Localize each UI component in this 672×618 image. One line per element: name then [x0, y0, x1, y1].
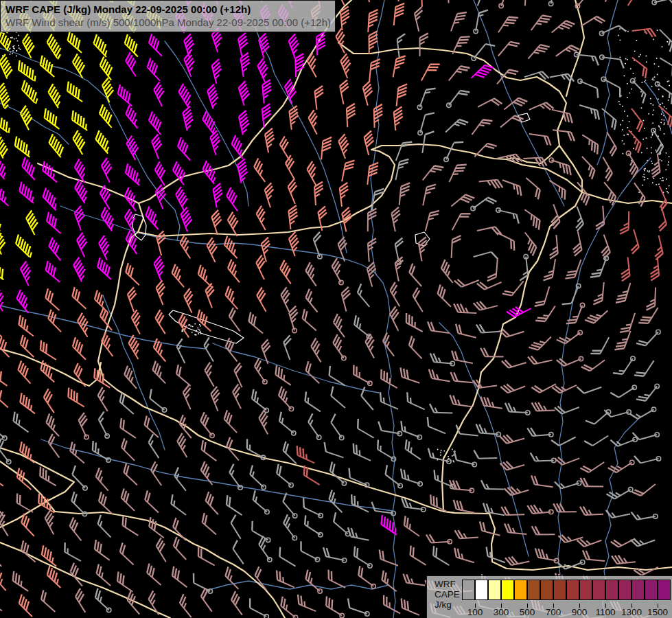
barb-tick [407, 392, 408, 402]
urban-dot [668, 161, 669, 163]
urban-dot [20, 49, 21, 50]
barb-tick [402, 598, 402, 608]
barb-tick [297, 446, 298, 455]
barb-tick [123, 575, 124, 585]
title-line-cape: WRF CAPE (J/kg) Monday 22-09-2025 00:00 … [5, 3, 330, 16]
legend-label: WRF CAPE J/kg [435, 579, 460, 610]
barb-tick [126, 518, 126, 527]
urban-dot [658, 126, 660, 127]
barb-tick [120, 573, 121, 583]
barb-tick [329, 598, 329, 608]
urban-dot [652, 135, 653, 136]
urban-dot [620, 124, 621, 126]
barb-tick [533, 216, 535, 226]
urban-dot [664, 133, 665, 135]
barb-tick [613, 373, 623, 374]
urban-dot [634, 51, 636, 52]
urban-dot [657, 30, 658, 31]
urban-dot [7, 44, 8, 45]
barb-tick [329, 366, 330, 376]
urban-dot [666, 188, 667, 190]
barb-tick [43, 342, 44, 352]
barb-tick [72, 111, 73, 120]
urban-dot [666, 108, 667, 110]
urban-dot [440, 452, 441, 453]
barb-tick [456, 168, 465, 168]
barb-half-tick [53, 174, 54, 179]
barb-half-tick [559, 187, 560, 192]
urban-dot [638, 56, 640, 58]
urban-dot [658, 184, 660, 185]
barb-half-tick [589, 139, 590, 145]
barb-tick [27, 66, 28, 76]
urban-dot [192, 326, 194, 328]
barb-tick [562, 188, 563, 198]
barb-half-tick [360, 450, 360, 456]
urban-dot [619, 28, 621, 30]
barb-tick [123, 420, 124, 430]
urban-dot [452, 449, 453, 450]
urban-dot [629, 93, 631, 94]
barb-tick [387, 518, 388, 528]
urban-dot [642, 185, 643, 186]
colorbar-cell [658, 580, 671, 600]
cape-colorbar: 100300500700900110013001500 [462, 580, 671, 600]
barb-tick [434, 496, 435, 505]
urban-dot [662, 96, 664, 98]
barb-tick [304, 466, 305, 475]
urban-dot [659, 126, 660, 128]
urban-dot [658, 66, 660, 67]
urban-dot [618, 101, 620, 102]
barb-half-tick [360, 323, 360, 329]
barb-half-tick [257, 398, 258, 403]
urban-dot [644, 179, 645, 181]
urban-dot [627, 127, 629, 128]
barb-tick [229, 497, 230, 507]
legend-label-line-2: CAPE [435, 589, 460, 599]
barb-tick [123, 516, 124, 525]
barb-tick [356, 445, 357, 455]
urban-dot [660, 178, 661, 179]
barb-half-tick [503, 25, 509, 26]
colorbar-tick-label: 900 [572, 607, 588, 617]
barb-tick [566, 323, 576, 324]
barb-half-tick [438, 475, 439, 481]
barb-half-tick [626, 324, 632, 325]
urban-dot [660, 128, 661, 129]
barb-tick [300, 447, 301, 457]
legend-label-line-3: J/kg [435, 599, 460, 610]
urban-dot [633, 148, 634, 150]
barb-half-tick [645, 395, 650, 396]
urban-dot [18, 45, 19, 47]
barb-tick [279, 547, 280, 557]
barb-tick [562, 304, 572, 304]
urban-dot [664, 122, 665, 124]
barb-half-tick [21, 581, 22, 586]
urban-dot [12, 53, 13, 54]
barb-tick [382, 515, 382, 525]
colorbar-cell [501, 580, 514, 600]
urban-dot [662, 103, 663, 104]
urban-dot [657, 74, 658, 76]
urban-dot [653, 78, 654, 79]
barb-half-tick [559, 163, 560, 168]
urban-dot [623, 153, 624, 154]
urban-dot [627, 31, 629, 32]
urban-dot [641, 152, 642, 154]
barb-tick [83, 118, 84, 128]
urban-dot [18, 35, 19, 36]
urban-dot [16, 51, 18, 52]
barb-tick [430, 494, 431, 504]
barb-tick [428, 417, 428, 426]
barb-tick [349, 468, 350, 478]
barb-tick [95, 443, 96, 453]
barb-staff [478, 458, 497, 459]
urban-dot [651, 137, 652, 138]
barb-tick [568, 319, 577, 321]
urban-dot [627, 59, 628, 60]
urban-dot [198, 328, 199, 329]
barb-tick [47, 499, 48, 508]
barb-half-tick [31, 405, 32, 411]
title-line-shear: WRF Wind shear (m/s) 500/1000hPa Monday … [5, 16, 330, 29]
barb-tick [404, 599, 405, 609]
